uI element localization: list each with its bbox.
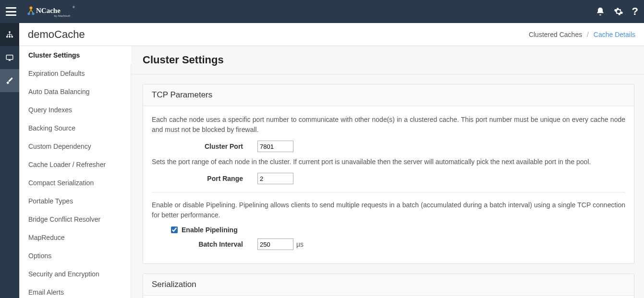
page-title: demoCache — [28, 28, 85, 41]
breadcrumb: Clustered Caches / Cache Details — [529, 31, 635, 38]
svg-text:NCache: NCache — [36, 7, 61, 14]
sidebar-item-cache-loader-refresher[interactable]: Cache Loader / Refresher — [20, 155, 131, 174]
port-range-input[interactable] — [257, 173, 293, 184]
main-title: Cluster Settings — [143, 54, 632, 66]
svg-point-10 — [9, 36, 11, 38]
page-header: demoCache Clustered Caches / Cache Detai… — [19, 23, 644, 46]
svg-text:by Alachisoft: by Alachisoft — [54, 14, 71, 17]
help-icon[interactable]: ? — [632, 5, 638, 18]
svg-point-8 — [9, 31, 11, 33]
sidebar-item-backing-source[interactable]: Backing Source — [20, 119, 131, 137]
svg-point-4 — [32, 12, 34, 15]
sidebar-item-expiration-defaults[interactable]: Expiration Defaults — [20, 64, 131, 83]
cluster-port-label: Cluster Port — [152, 143, 257, 150]
breadcrumb-root[interactable]: Clustered Caches — [529, 31, 582, 38]
sidebar-item-custom-dependency[interactable]: Custom Dependency — [20, 137, 131, 155]
product-logo[interactable]: NCache ® by Alachisoft — [26, 3, 84, 20]
rail-item-cluster[interactable] — [0, 23, 19, 46]
sidebar-item-query-indexes[interactable]: Query Indexes — [20, 101, 131, 119]
rail-item-monitor[interactable] — [0, 46, 19, 69]
serialization-card: Serialization Specify the format for ser… — [143, 274, 634, 298]
port-range-label: Port Range — [152, 175, 257, 182]
sidebar-item-email-alerts[interactable]: Email Alerts — [20, 283, 131, 298]
svg-point-11 — [11, 36, 13, 38]
svg-rect-12 — [6, 55, 13, 60]
sidebar-item-auto-data-balancing[interactable]: Auto Data Balancing — [20, 83, 131, 101]
main-panel: Cluster Settings TCP Parameters Each cac… — [131, 46, 644, 298]
batch-interval-label: Batch Interval — [152, 240, 257, 248]
cluster-port-input[interactable] — [257, 141, 293, 152]
sidebar-item-options[interactable]: Options — [20, 247, 131, 265]
menu-toggle-icon[interactable] — [6, 7, 16, 16]
svg-point-3 — [27, 12, 30, 15]
settings-gear-icon[interactable] — [614, 7, 623, 16]
tcp-desc-3: Enable or disable Pipelining. Pipelining… — [152, 200, 625, 220]
enable-pipelining-checkbox[interactable] — [171, 226, 178, 233]
tcp-parameters-card: TCP Parameters Each cache node uses a sp… — [143, 84, 634, 264]
tcp-desc-1: Each cache node uses a specific port num… — [152, 115, 625, 135]
sidebar-item-security-and-encryption[interactable]: Security and Encryption — [20, 265, 131, 283]
tcp-card-heading: TCP Parameters — [143, 84, 634, 106]
sidebar-item-cluster-settings[interactable]: Cluster Settings — [20, 46, 131, 64]
svg-point-9 — [6, 36, 8, 38]
bell-icon[interactable] — [595, 7, 605, 16]
batch-interval-input[interactable] — [257, 238, 293, 250]
settings-sidebar: Cluster SettingsExpiration DefaultsAuto … — [19, 46, 131, 298]
divider — [152, 192, 625, 192]
breadcrumb-separator: / — [587, 31, 589, 38]
sidebar-item-portable-types[interactable]: Portable Types — [20, 192, 131, 210]
svg-text:®: ® — [73, 6, 75, 9]
serialization-heading: Serialization — [143, 274, 634, 296]
top-bar: NCache ® by Alachisoft ? — [0, 0, 644, 23]
sidebar-item-mapreduce[interactable]: MapReduce — [20, 228, 131, 247]
tcp-desc-2: Sets the port range of each node in the … — [152, 157, 625, 167]
enable-pipelining-label[interactable]: Enable Pipelining — [182, 226, 238, 234]
rail-item-tools[interactable] — [0, 69, 19, 92]
breadcrumb-current: Cache Details — [594, 31, 635, 38]
svg-point-0 — [30, 7, 33, 10]
left-rail — [0, 23, 19, 298]
batch-interval-unit: µs — [296, 240, 304, 248]
sidebar-item-bridge-conflict-resolver[interactable]: Bridge Conflict Resolver — [20, 210, 131, 228]
sidebar-item-compact-serialization[interactable]: Compact Serialization — [20, 174, 131, 192]
